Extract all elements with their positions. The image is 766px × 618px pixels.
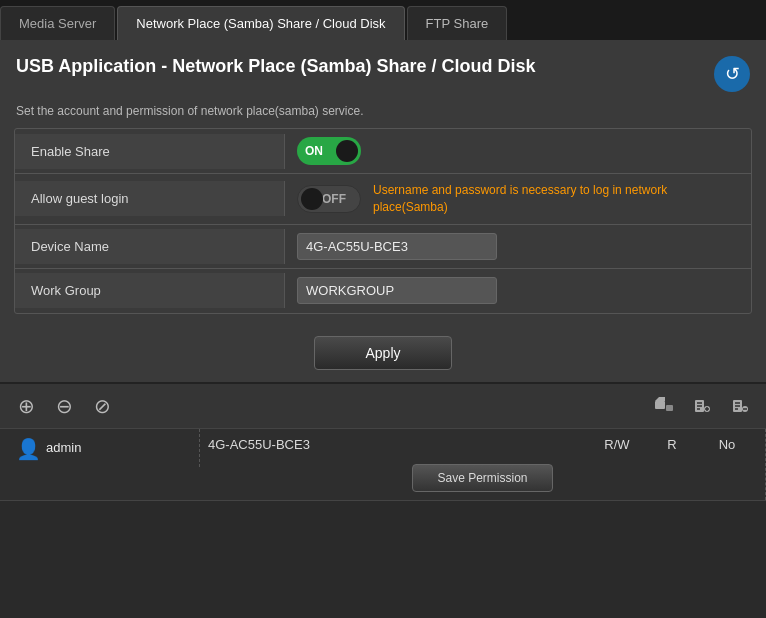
remove-user-button[interactable]: ⊖ bbox=[50, 392, 78, 420]
work-group-value bbox=[285, 269, 751, 312]
tab-ftp-share[interactable]: FTP Share bbox=[407, 6, 508, 40]
perm-r: R bbox=[647, 437, 697, 452]
page-header: USB Application - Network Place (Samba) … bbox=[0, 40, 766, 100]
page-subtitle: Set the account and permission of networ… bbox=[0, 100, 766, 128]
edit-user-button[interactable]: ⊘ bbox=[88, 392, 116, 420]
enable-share-toggle[interactable]: ON bbox=[297, 137, 361, 165]
guest-warning: Username and password is necessary to lo… bbox=[373, 182, 733, 216]
toggle-knob-off bbox=[301, 188, 323, 210]
allow-guest-toggle[interactable]: OFF bbox=[297, 185, 361, 213]
username-label: admin bbox=[46, 440, 81, 455]
perm-rw: R/W bbox=[587, 437, 647, 452]
tab-network-place[interactable]: Network Place (Samba) Share / Cloud Disk bbox=[117, 6, 404, 40]
allow-guest-row: Allow guest login OFF Username and passw… bbox=[15, 174, 751, 225]
add-user-button[interactable]: ⊕ bbox=[12, 392, 40, 420]
device-name-value bbox=[285, 225, 751, 268]
enable-share-label: Enable Share bbox=[15, 134, 285, 169]
apply-button[interactable]: Apply bbox=[314, 336, 451, 370]
save-perm-row: Save Permission bbox=[208, 464, 757, 492]
perm-path-row: 4G-AC55U-BCE3 R/W R No bbox=[208, 437, 757, 452]
perm-icon-3[interactable] bbox=[726, 392, 754, 420]
enable-share-row: Enable Share ON bbox=[15, 129, 751, 174]
save-permission-button[interactable]: Save Permission bbox=[412, 464, 552, 492]
work-group-label: Work Group bbox=[15, 273, 285, 308]
svg-rect-1 bbox=[666, 405, 673, 411]
device-name-input[interactable] bbox=[297, 233, 497, 260]
perm-icon-2[interactable] bbox=[688, 392, 716, 420]
enable-share-value: ON bbox=[285, 129, 751, 173]
back-button[interactable]: ↺ bbox=[714, 56, 750, 92]
user-avatar-icon: 👤 bbox=[16, 437, 38, 459]
perm-icon-1[interactable] bbox=[650, 392, 678, 420]
tab-bar: Media Server Network Place (Samba) Share… bbox=[0, 0, 766, 40]
perm-content-cell: 4G-AC55U-BCE3 R/W R No Save Permission bbox=[200, 429, 766, 500]
tab-media-server[interactable]: Media Server bbox=[0, 6, 115, 40]
form-section: Enable Share ON Allow guest login OFF Us… bbox=[0, 128, 766, 324]
perm-toolbar-right bbox=[650, 392, 754, 420]
permissions-section: ⊕ ⊖ ⊘ bbox=[0, 382, 766, 581]
svg-rect-0 bbox=[655, 401, 665, 409]
perm-user-cell: 👤 admin bbox=[0, 429, 200, 467]
perm-toolbar-left: ⊕ ⊖ ⊘ bbox=[12, 392, 116, 420]
page-title: USB Application - Network Place (Samba) … bbox=[16, 56, 535, 77]
perm-no: No bbox=[697, 437, 757, 452]
work-group-row: Work Group bbox=[15, 269, 751, 313]
allow-guest-label: Allow guest login bbox=[15, 181, 285, 216]
work-group-input[interactable] bbox=[297, 277, 497, 304]
perm-path: 4G-AC55U-BCE3 bbox=[208, 437, 587, 452]
perm-row-admin: 👤 admin 4G-AC55U-BCE3 R/W R No Save Perm… bbox=[0, 429, 766, 501]
perm-toolbar: ⊕ ⊖ ⊘ bbox=[0, 384, 766, 429]
device-name-row: Device Name bbox=[15, 225, 751, 269]
apply-row: Apply bbox=[0, 324, 766, 382]
perm-empty-area bbox=[0, 501, 766, 581]
allow-guest-value: OFF Username and password is necessary t… bbox=[285, 174, 751, 224]
device-name-label: Device Name bbox=[15, 229, 285, 264]
toggle-knob-on bbox=[336, 140, 358, 162]
